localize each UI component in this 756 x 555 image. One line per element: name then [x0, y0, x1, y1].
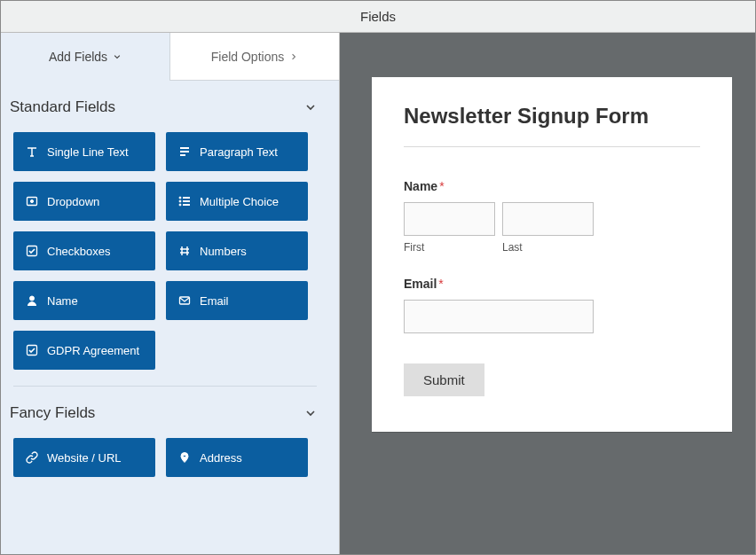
list-icon — [178, 195, 191, 207]
titlebar: Fields — [1, 1, 755, 33]
envelope-icon — [178, 294, 191, 307]
field-label: Numbers — [200, 245, 295, 258]
dropdown-icon — [26, 195, 38, 207]
email-label-text: Email — [404, 277, 437, 291]
link-icon — [26, 451, 38, 464]
field-label: Name — [47, 294, 143, 308]
field-website-url[interactable]: Website / URL — [13, 438, 155, 477]
required-asterisk: * — [438, 277, 443, 291]
field-label: Email — [200, 294, 295, 308]
last-sublabel: Last — [502, 241, 594, 254]
field-checkboxes[interactable]: Checkboxes — [13, 231, 155, 270]
section-standard-title: Standard Fields — [10, 98, 115, 116]
field-gdpr-agreement[interactable]: GDPR Agreement — [13, 331, 155, 370]
form-canvas: Newsletter Signup Form Name* First Last … — [340, 33, 755, 554]
field-label: Paragraph Text — [200, 145, 295, 159]
user-icon — [26, 294, 38, 307]
standard-fields-grid: Single Line Text Paragraph Text Dropdown… — [1, 132, 329, 386]
paragraph-icon — [178, 145, 191, 158]
name-label: Name* — [404, 179, 700, 193]
field-label: Checkboxes — [47, 245, 143, 258]
field-numbers[interactable]: Numbers — [166, 231, 308, 270]
tab-field-options[interactable]: Field Options — [169, 33, 339, 81]
chevron-down-icon — [304, 101, 317, 113]
check-icon — [26, 344, 38, 356]
first-name-input[interactable] — [404, 202, 495, 236]
chevron-down-icon — [113, 52, 122, 61]
last-name-input[interactable] — [502, 202, 594, 236]
required-asterisk: * — [439, 179, 444, 193]
window-title: Fields — [360, 9, 396, 24]
field-paragraph-text[interactable]: Paragraph Text — [166, 132, 308, 171]
tab-add-fields-label: Add Fields — [49, 50, 107, 64]
hash-icon — [178, 245, 191, 257]
divider — [404, 146, 700, 147]
window: Fields Add Fields Field Options Standard… — [0, 0, 756, 555]
fields-scroll[interactable]: Standard Fields Single Line Text Paragra… — [1, 81, 339, 554]
field-label: Website / URL — [47, 451, 143, 465]
name-sublabels: First Last — [404, 241, 700, 254]
pin-icon — [178, 451, 191, 464]
tabs: Add Fields Field Options — [1, 33, 339, 81]
section-fancy-title: Fancy Fields — [10, 404, 95, 422]
text-icon — [26, 145, 38, 158]
name-row — [404, 202, 700, 236]
field-dropdown[interactable]: Dropdown — [13, 182, 155, 221]
check-icon — [26, 245, 38, 257]
field-multiple-choice[interactable]: Multiple Choice — [166, 182, 308, 221]
first-sublabel: First — [404, 241, 495, 254]
submit-button[interactable]: Submit — [404, 363, 484, 396]
email-input[interactable] — [404, 300, 594, 333]
email-label: Email* — [404, 277, 700, 291]
field-address[interactable]: Address — [166, 438, 308, 477]
sidebar: Add Fields Field Options Standard Fields — [1, 33, 340, 554]
field-label: Dropdown — [47, 195, 143, 208]
field-label: Multiple Choice — [200, 195, 295, 208]
chevron-right-icon — [289, 52, 298, 61]
field-label: Address — [200, 451, 295, 465]
chevron-down-icon — [304, 407, 317, 419]
field-name[interactable]: Name — [13, 281, 155, 320]
field-email[interactable]: Email — [166, 281, 308, 320]
field-label: Single Line Text — [47, 145, 143, 159]
body: Add Fields Field Options Standard Fields — [1, 33, 755, 554]
form-title: Newsletter Signup Form — [404, 104, 700, 129]
fancy-fields-grid: Website / URL Address — [1, 438, 329, 493]
field-single-line-text[interactable]: Single Line Text — [13, 132, 155, 171]
section-fancy-header[interactable]: Fancy Fields — [1, 387, 329, 438]
tab-field-options-label: Field Options — [211, 50, 284, 64]
section-standard-header[interactable]: Standard Fields — [1, 81, 329, 132]
tab-add-fields[interactable]: Add Fields — [1, 33, 169, 81]
form-preview: Newsletter Signup Form Name* First Last … — [372, 77, 732, 432]
name-label-text: Name — [404, 179, 437, 193]
field-label: GDPR Agreement — [47, 344, 143, 357]
